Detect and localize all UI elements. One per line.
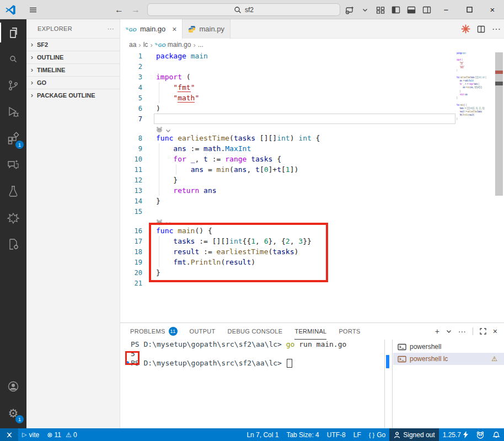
activity-item-run-debug[interactable] [0,99,26,125]
bottom-panel: PROBLEMS11OUTPUTDEBUG CONSOLETERMINALPOR… [120,322,504,428]
tab-main-py[interactable]: main.py [183,19,230,39]
panel-tab-output[interactable]: OUTPUT [190,323,216,340]
activity-item-source-control[interactable] [0,72,26,99]
code-line-3: 3import ( [120,72,504,82]
explorer-section-timeline[interactable]: ›TIMELINE [26,63,120,76]
terminal-line-2: 5 [120,349,384,358]
svg-text:GO: GO [158,42,165,48]
status-indentation[interactable]: Tab Size: 4 [282,428,323,441]
explorer-section-go[interactable]: ›GO [26,76,120,89]
minimize-icon[interactable]: − [435,0,458,19]
layout-grid-icon[interactable] [373,0,388,19]
code-line-text: for _, t := range tasks { [142,155,281,163]
activity-item-explorer[interactable] [0,19,26,46]
pinwheel-icon [7,211,20,224]
line-number: 17 [120,238,142,245]
breadcrumb-item[interactable]: ... [198,41,203,49]
status-run-task[interactable]: ▷vite [18,428,43,441]
code-line-text: import ( [142,73,191,81]
command-center-search[interactable]: sf2 [147,3,340,16]
breadcrumb[interactable]: aa›lc›GOmain.go›... [120,39,504,51]
code-line-text: result := earliestTime(tasks) [142,248,298,256]
ellipsis-icon[interactable]: ··· [492,24,501,34]
activity-item-pinwheel[interactable] [0,205,26,231]
panel-tab-problems[interactable]: PROBLEMS11 [130,323,178,340]
editor-scrollbar[interactable] [495,52,503,196]
breadcrumb-item[interactable]: aa [129,41,136,49]
activity-item-testing[interactable] [0,178,26,205]
breadcrumb-item[interactable]: GOmain.go [155,41,191,49]
starburst-icon[interactable] [461,24,470,34]
status-go-version[interactable]: 1.25.7 [439,428,472,441]
codelens-run-row[interactable] [120,217,504,225]
warning-icon: ⚠ [491,355,497,363]
split-editor-icon[interactable] [477,25,485,33]
tab-main-go[interactable]: GOmain.go× [120,19,183,39]
line-number: 13 [120,187,142,195]
activity-item-accounts[interactable] [0,373,26,400]
terminal-list-item-powershell-lc[interactable]: powershell lc⚠ [393,353,504,365]
activity-item-extensions[interactable]: 1 [0,125,26,152]
panel-tab-terminal[interactable]: TERMINAL [294,323,326,340]
panel-bottom-icon[interactable] [404,0,419,19]
terminal-line-3[interactable]: PS D:\mysetup\gopath\src\sf2\aa\lc> [120,358,384,368]
sidebar-more-icon[interactable]: ··· [108,25,114,32]
terminal-scrollbar[interactable] [384,340,393,429]
explorer-section-package-outline[interactable]: ›PACKAGE OUTLINE [26,89,120,101]
plus-icon[interactable]: + [435,327,439,336]
breadcrumb-item[interactable]: lc [143,41,148,49]
section-label: PACKAGE OUTLINE [37,92,95,99]
status-cursor-position[interactable]: Ln 7, Col 1 [243,428,282,441]
status-remote[interactable] [0,428,18,441]
status-eol[interactable]: LF [350,428,365,441]
activity-bar: 1 ⚙1 [0,19,26,428]
python-file-icon [188,25,196,33]
menu-icon[interactable] [25,0,41,19]
code-line-text: } [142,176,178,184]
problems-badge: 11 [169,327,178,336]
editor-region: GOmain.go×main.py ··· aa›lc›GOmain.go›..… [120,19,504,428]
maximize-icon[interactable] [458,0,481,19]
panel-right-icon[interactable] [419,0,435,19]
status-language-mode[interactable]: { }Go [365,428,389,441]
status-notifications[interactable] [489,428,504,441]
close-icon[interactable]: × [481,0,504,19]
code-line-text: return ans [142,186,217,195]
explorer-section-outline[interactable]: ›OUTLINE [26,51,120,63]
close-icon[interactable]: × [493,327,497,336]
expand-icon[interactable] [480,328,486,335]
status-encoding[interactable]: UTF-8 [323,428,350,441]
line-number: 12 [120,176,142,184]
terminal[interactable]: PS D:\mysetup\gopath\src\sf2\aa\lc> go r… [120,340,384,429]
activity-item-search[interactable] [0,46,26,72]
code-line-text: "fmt" [142,83,195,92]
status-signed-out[interactable]: Signed out [389,428,438,441]
chevron-down-icon[interactable] [357,0,373,19]
chevron-right-icon: › [29,91,35,99]
close-icon[interactable]: × [172,25,176,34]
code-line-text: func main() { [142,227,212,235]
go-file-icon: GO [155,41,166,48]
code-editor[interactable]: 1package main23import (4 "fmt"5 "math"6)… [120,51,504,322]
indent-guide [159,143,159,196]
line-number: 6 [120,105,142,112]
activity-item-settings[interactable]: ⚙1 [0,400,26,426]
panel-tab-ports[interactable]: PORTS [339,323,360,340]
activity-item-chat[interactable] [0,152,26,178]
explorer-section-sf2[interactable]: ›SF2 [26,38,120,51]
line-number: 9 [120,145,142,153]
explorer-sidebar: EXPLORER ··· ›SF2›OUTLINE›TIMELINE›GO›PA… [26,19,120,428]
status-problems[interactable]: ⊗ 11⚠ 0 [43,428,83,441]
ellipsis-icon[interactable]: ··· [458,327,466,336]
activity-item-file-settings[interactable] [0,231,26,257]
minimap[interactable]: package mainimport ( "fmt" "math")func e… [457,51,490,128]
profile-launch-icon[interactable] [342,0,357,19]
panel-left-icon[interactable] [388,0,404,19]
back-arrow-icon[interactable]: ← [115,5,124,15]
chevron-down-icon[interactable] [446,329,452,334]
status-go-status[interactable] [472,428,489,441]
terminal-list-item-powershell[interactable]: powershell [393,341,504,353]
line-number: 21 [120,279,142,287]
panel-tab-debug-console[interactable]: DEBUG CONSOLE [228,323,283,340]
codelens-run-row[interactable] [120,124,504,133]
